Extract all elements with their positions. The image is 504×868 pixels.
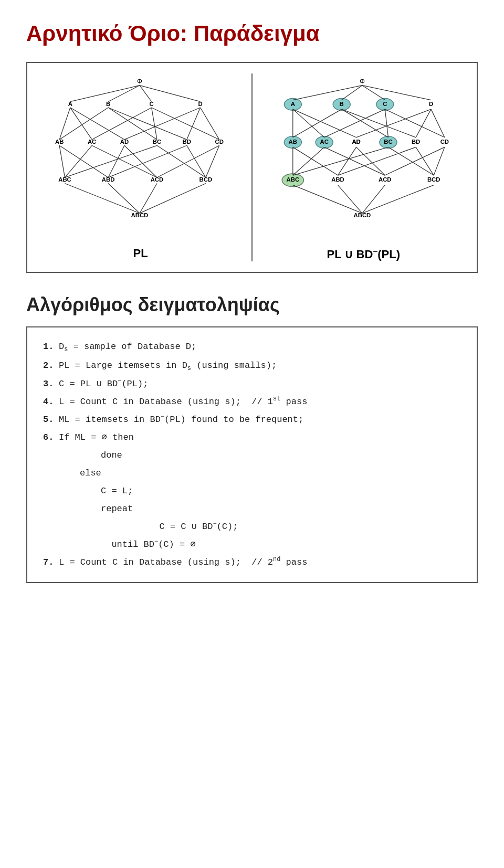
left-diagram-label: PL: [133, 247, 148, 260]
rl2: [293, 109, 324, 137]
phi-label-left: Φ: [137, 78, 142, 85]
line-phi-B: [108, 86, 140, 102]
line-num-until: [43, 536, 59, 554]
node-A-left: A: [68, 101, 72, 107]
node-BCD-right: BCD: [427, 176, 440, 183]
rl18: [356, 147, 385, 175]
node-BCD-left: BCD: [199, 176, 212, 183]
rl28: [362, 185, 434, 214]
algo-line-done: done: [43, 447, 461, 464]
diagram-divider: [251, 73, 253, 261]
l1: [59, 108, 70, 140]
left-diagram: Φ A B C D AB AC AD BC BD CD ABC ABD ACD …: [41, 73, 240, 260]
rl22: [416, 147, 434, 175]
line-num-repeat: [43, 500, 59, 518]
line-num-6: 6.: [43, 429, 59, 447]
algo-line-2: 2. PL = Large itemsets in Ds (using smal…: [43, 357, 461, 375]
algo-line-until: until BD−(C) = ∅: [43, 536, 461, 554]
node-ABD-right: ABD: [332, 176, 345, 183]
line-num-7: 7.: [43, 554, 59, 571]
rl8: [385, 109, 388, 137]
algo-line-c-update: C = C ∪ BD−(C);: [43, 518, 461, 536]
line-num-done: [43, 447, 59, 464]
node-AC-right: AC: [320, 139, 329, 145]
rl-phi-D: [362, 86, 431, 100]
algo-line-c-eq-l: C = L;: [43, 482, 461, 500]
node-ACD-left: ACD: [150, 176, 163, 183]
algo-line-6: 6. If ML = ∅ then: [43, 429, 461, 447]
rl6: [342, 109, 416, 137]
line-num-5: 5.: [43, 411, 59, 429]
l6: [108, 108, 187, 140]
l14: [59, 145, 108, 177]
rl3: [293, 109, 356, 137]
line-num-else: [43, 464, 59, 482]
node-A-right: A: [291, 101, 295, 107]
line-num-2: 2.: [43, 357, 59, 375]
rl12: [431, 109, 445, 137]
line-content-1: Ds = sample of Database D;: [59, 338, 461, 356]
line-content-7: L = Count C in Database (using s); // 2n…: [59, 554, 461, 571]
diagram-section: Φ A B C D AB AC AD BC BD CD ABC ABD ACD …: [26, 62, 478, 273]
line-phi-D: [140, 86, 201, 102]
rl21: [338, 147, 416, 175]
node-AB-left: AB: [55, 139, 64, 145]
algorithm-box: 1. Ds = sample of Database D; 2. PL = La…: [26, 326, 478, 583]
l23: [157, 145, 219, 177]
l22: [186, 145, 205, 177]
line-phi-A: [70, 86, 139, 102]
l13: [59, 145, 65, 177]
node-AD-right: AD: [352, 139, 361, 145]
l18: [124, 145, 157, 177]
node-ABC-right: ABC: [287, 176, 300, 183]
rl5: [342, 109, 388, 137]
l5: [108, 108, 157, 140]
line-content-c-update: C = C ∪ BD−(C);: [59, 518, 461, 536]
rl26: [338, 185, 362, 214]
l8: [151, 108, 156, 140]
phi-label-right: Φ: [360, 78, 365, 85]
right-lattice-svg: Φ AD A B C D AB AC AD: [264, 73, 463, 241]
l3: [70, 108, 124, 140]
left-lattice-svg: Φ A B C D AB AC AD BC BD CD ABC ABD ACD …: [41, 73, 240, 241]
node-ACD-right: ACD: [379, 176, 392, 183]
line-content-5: ML = itemsets in BD−(PL) found to be fre…: [59, 411, 461, 429]
node-BD-left: BD: [182, 139, 191, 145]
algo-line-else: else: [43, 464, 461, 482]
line-num-4: 4.: [43, 393, 59, 411]
node-C-left: C: [149, 101, 153, 107]
node-ABC-left: ABC: [58, 176, 71, 183]
line-content-done: done: [59, 447, 461, 464]
node-CD-left: CD: [215, 139, 223, 145]
node-B-left: B: [106, 101, 110, 107]
node-BC-right: BC: [384, 139, 393, 145]
line-num-c-update: [43, 518, 59, 536]
algo-line-5: 5. ML = itemsets in BD−(PL) found to be …: [43, 411, 461, 429]
line-content-6: If ML = ∅ then: [59, 429, 461, 447]
l24: [206, 145, 219, 177]
node-BD-right: BD: [412, 139, 420, 145]
rl14: [293, 147, 338, 175]
rl4: [293, 109, 342, 137]
rl25: [293, 185, 362, 214]
algo-line-7: 7. L = Count C in Database (using s); //…: [43, 554, 461, 571]
algo-line-3: 3. C = PL ∪ BD−(PL);: [43, 375, 461, 393]
l27: [140, 184, 157, 214]
right-diagram-label: PL ∪ BD−(PL): [327, 247, 400, 261]
line-content-else: else: [59, 464, 461, 482]
node-CD-right: CD: [440, 139, 449, 145]
algo-line-repeat: repeat: [43, 500, 461, 518]
node-ABD-left: ABD: [101, 176, 114, 183]
node-AB-right: AB: [289, 139, 297, 145]
line-content-2: PL = Large itemsets in Ds (using smalls)…: [59, 357, 461, 375]
line-content-c-eq-l: C = L;: [59, 482, 461, 500]
l2: [70, 108, 91, 140]
line-content-4: L = Count C in Database (using s); // 1s…: [59, 393, 461, 411]
page-title: Αρνητικό Όριο: Παράδειγμα: [26, 21, 478, 46]
node-AD-left: AD: [120, 139, 128, 145]
node-C-right: C: [383, 101, 387, 107]
line-num-1: 1.: [43, 338, 59, 356]
node-D-right: D: [429, 101, 433, 107]
node-B-right: B: [340, 101, 344, 107]
algorithm-title: Αλγόριθμος δειγματοληψίας: [26, 294, 478, 316]
